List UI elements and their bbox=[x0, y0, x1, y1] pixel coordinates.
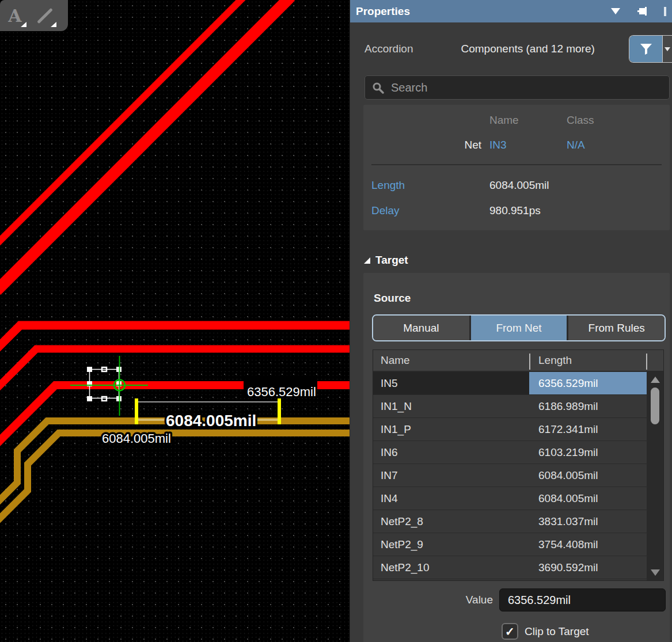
length-label[interactable]: Length bbox=[363, 179, 489, 192]
net-row-label: Net bbox=[363, 139, 489, 151]
properties-panel: Properties Accordion Components (and 12 … bbox=[350, 0, 672, 642]
net-name-cell[interactable]: IN5 bbox=[373, 372, 529, 394]
clip-to-target-label: Clip to Target bbox=[525, 625, 589, 638]
net-class-link[interactable]: N/A bbox=[567, 139, 670, 151]
table-header: Name Length bbox=[373, 350, 663, 372]
column-header-name[interactable]: Name bbox=[373, 354, 529, 367]
source-option-from-net[interactable]: From Net bbox=[471, 316, 569, 340]
search-input[interactable]: Search bbox=[365, 75, 670, 100]
text-tool-button[interactable]: A bbox=[0, 2, 30, 29]
line-tool-icon bbox=[37, 7, 53, 24]
column-header-length[interactable]: Length bbox=[529, 354, 572, 367]
gold-traces[interactable] bbox=[0, 421, 350, 522]
search-placeholder: Search bbox=[391, 81, 427, 94]
table-row[interactable]: IN76084.005mil bbox=[373, 464, 663, 487]
source-segmented-control: Manual From Net From Rules bbox=[372, 314, 666, 341]
table-row[interactable]: IN66103.219mil bbox=[373, 441, 663, 464]
net-name-link[interactable]: IN3 bbox=[489, 139, 567, 151]
table-row[interactable]: NetP2_103690.592mil bbox=[373, 556, 663, 579]
net-name-cell[interactable]: IN4 bbox=[373, 487, 529, 510]
value-label: Value bbox=[363, 594, 493, 606]
net-length-cell[interactable]: 6084.005mil bbox=[529, 464, 647, 487]
delay-value: 980.951ps bbox=[489, 204, 541, 217]
measure-tick-left bbox=[135, 398, 138, 424]
clip-row: ✓ Clip to Target bbox=[502, 623, 589, 640]
scroll-up-icon[interactable] bbox=[651, 377, 660, 383]
table-row[interactable]: IN46084.005mil bbox=[373, 487, 663, 510]
selection-scope-label[interactable]: Components (and 12 more) bbox=[461, 43, 595, 55]
table-row[interactable]: NetP2_83831.037mil bbox=[373, 510, 663, 533]
dropdown-corner-icon bbox=[51, 22, 56, 27]
pcb-editor-canvas[interactable]: A 6356.529mil bbox=[0, 0, 350, 642]
collapse-triangle-icon bbox=[363, 257, 371, 264]
text-tool-icon: A bbox=[8, 6, 21, 26]
net-length-table: Name Length IN56356.529milIN1_N6186.989m… bbox=[373, 350, 664, 581]
measure-tick-right bbox=[278, 398, 281, 424]
clip-to-target-checkbox[interactable]: ✓ bbox=[502, 623, 518, 640]
chevron-down-icon bbox=[665, 47, 670, 51]
net-length-text-label[interactable]: 6356.529mil bbox=[247, 385, 316, 399]
info-col-name-header: Name bbox=[489, 114, 567, 127]
pin-icon[interactable] bbox=[635, 6, 648, 17]
panel-header[interactable]: Properties bbox=[350, 0, 672, 22]
value-input[interactable] bbox=[499, 588, 666, 611]
panel-title: Properties bbox=[356, 5, 410, 18]
net-name-cell[interactable]: IN1_N bbox=[373, 395, 529, 417]
table-scrollbar[interactable] bbox=[647, 372, 663, 580]
pcb-traces-layer: 6356.529mil 6084.005mil 6084.005mil bbox=[0, 0, 350, 642]
net-length-cell[interactable]: 6186.989mil bbox=[529, 395, 647, 417]
measure-value-bold: 6084.005mil bbox=[166, 412, 256, 430]
divider bbox=[371, 164, 662, 165]
value-row: Value bbox=[363, 588, 670, 611]
net-length-cell[interactable]: 6084.005mil bbox=[529, 487, 647, 510]
net-name-cell[interactable]: IN6 bbox=[373, 441, 529, 464]
panel-menu-icon[interactable] bbox=[611, 8, 620, 14]
source-option-manual[interactable]: Manual bbox=[373, 316, 471, 340]
net-name-cell[interactable]: IN1_P bbox=[373, 418, 529, 440]
scroll-down-icon[interactable] bbox=[651, 569, 660, 576]
column-divider[interactable] bbox=[646, 354, 647, 370]
net-table-body: IN56356.529milIN1_N6186.989milIN1_P6172.… bbox=[373, 372, 663, 580]
accordion-row: Accordion Components (and 12 more) bbox=[350, 35, 672, 63]
info-col-class-header: Class bbox=[567, 114, 670, 127]
delay-label[interactable]: Delay bbox=[363, 204, 489, 217]
net-length-cell[interactable]: 3754.408mil bbox=[529, 533, 647, 556]
search-icon bbox=[372, 82, 384, 94]
length-value: 6084.005mil bbox=[489, 179, 549, 192]
table-row[interactable]: IN1_P6172.341mil bbox=[373, 418, 663, 441]
source-option-from-rules[interactable]: From Rules bbox=[568, 316, 665, 340]
source-label: Source bbox=[374, 292, 411, 305]
filter-dropdown-button[interactable] bbox=[662, 36, 672, 62]
net-length-cell[interactable]: 3831.037mil bbox=[529, 510, 647, 533]
net-length-cell[interactable]: 3690.592mil bbox=[529, 556, 647, 579]
filter-button[interactable] bbox=[629, 36, 662, 62]
table-row[interactable]: NetP2_93754.408mil bbox=[373, 533, 663, 556]
net-name-cell[interactable]: NetP2_8 bbox=[373, 510, 529, 533]
accordion-label: Accordion bbox=[365, 43, 413, 55]
column-divider[interactable] bbox=[529, 354, 530, 370]
net-name-cell[interactable]: NetP2_10 bbox=[373, 556, 529, 579]
panel-edge-icon[interactable] bbox=[663, 6, 666, 17]
net-length-cell[interactable]: 6172.341mil bbox=[529, 418, 647, 440]
filter-funnel-icon bbox=[639, 42, 654, 56]
dropdown-corner-icon bbox=[21, 22, 26, 27]
net-name-cell[interactable]: NetP2_9 bbox=[373, 533, 529, 556]
net-info-box: Name Class Net IN3 N/A Length 6084.005mi… bbox=[363, 105, 670, 230]
net-length-cell[interactable]: 6103.219mil bbox=[529, 441, 647, 464]
net-length-cell[interactable]: 6356.529mil bbox=[529, 372, 647, 394]
line-tool-button[interactable] bbox=[30, 2, 60, 29]
target-section-title: Target bbox=[375, 254, 408, 267]
target-section-box: Source Manual From Net From Rules Name L… bbox=[363, 273, 670, 642]
measure-value-plain: 6084.005mil bbox=[102, 431, 171, 446]
scrollbar-thumb[interactable] bbox=[651, 388, 659, 424]
table-row[interactable]: IN1_N6186.989mil bbox=[373, 395, 663, 418]
red-trace-diagonals[interactable] bbox=[0, 0, 291, 291]
target-section-header[interactable]: Target bbox=[363, 252, 672, 268]
net-name-cell[interactable]: IN7 bbox=[373, 464, 529, 487]
table-row[interactable]: IN56356.529mil bbox=[373, 372, 663, 395]
canvas-toolbar: A bbox=[0, 0, 68, 31]
